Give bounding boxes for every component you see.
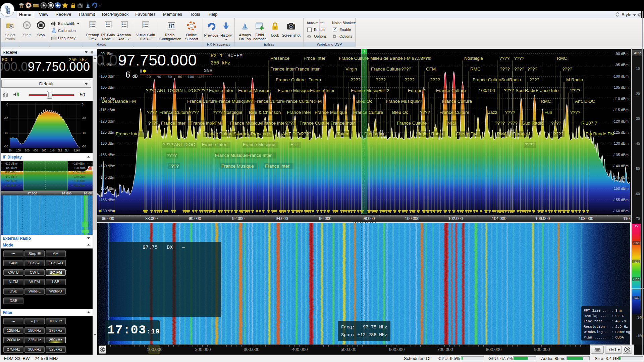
svg-text:12k8: 12k8 <box>74 149 80 152</box>
svg-text:0: 0 <box>6 103 8 106</box>
svg-text:-150 dBm: -150 dBm <box>5 179 17 183</box>
svg-text:6k4: 6k4 <box>65 149 69 152</box>
svg-text:-120: -120 <box>633 278 639 281</box>
svg-text:100: 100 <box>16 149 21 152</box>
svg-text:-110: -110 <box>633 260 639 263</box>
svg-text:800: 800 <box>42 149 46 152</box>
svg-text:-60: -60 <box>82 145 86 148</box>
svg-text:-40: -40 <box>82 131 86 135</box>
svg-text:0: 0 <box>82 103 84 106</box>
svg-text:-20: -20 <box>4 117 8 120</box>
svg-text:-140 dBm: -140 dBm <box>73 175 86 178</box>
svg-text:400: 400 <box>33 149 38 152</box>
svg-text:-60: -60 <box>4 145 8 148</box>
svg-text:1k6: 1k6 <box>50 149 55 152</box>
svg-text:-120 dBm: -120 dBm <box>73 166 86 170</box>
svg-text:98.00: 98.00 <box>84 191 92 195</box>
svg-text:3k2: 3k2 <box>58 149 62 152</box>
svg-text:-120 dBm: -120 dBm <box>5 166 17 170</box>
svg-text:97.600: 97.600 <box>27 191 37 195</box>
svg-text:200: 200 <box>25 149 30 152</box>
svg-text:-110 dBm: -110 dBm <box>5 162 17 165</box>
svg-text:-140 dBm: -140 dBm <box>5 175 17 178</box>
svg-text:-90: -90 <box>634 224 638 227</box>
svg-text:-160 dBm: -160 dBm <box>5 184 17 187</box>
svg-text:-40: -40 <box>4 131 8 135</box>
svg-text:-130 dBm: -130 dBm <box>5 171 17 174</box>
svg-text:-20: -20 <box>82 117 86 120</box>
svg-text:-110 dBm: -110 dBm <box>73 162 85 165</box>
svg-text:-160 dBm: -160 dBm <box>73 184 86 187</box>
svg-text:-130: -130 <box>633 296 639 300</box>
svg-text:-130 dBm: -130 dBm <box>73 171 86 174</box>
svg-text:50: 50 <box>8 149 12 152</box>
svg-text:-100: -100 <box>633 241 639 245</box>
svg-text:97.800: 97.800 <box>62 191 71 195</box>
svg-text:-150 dBm: -150 dBm <box>73 179 86 183</box>
